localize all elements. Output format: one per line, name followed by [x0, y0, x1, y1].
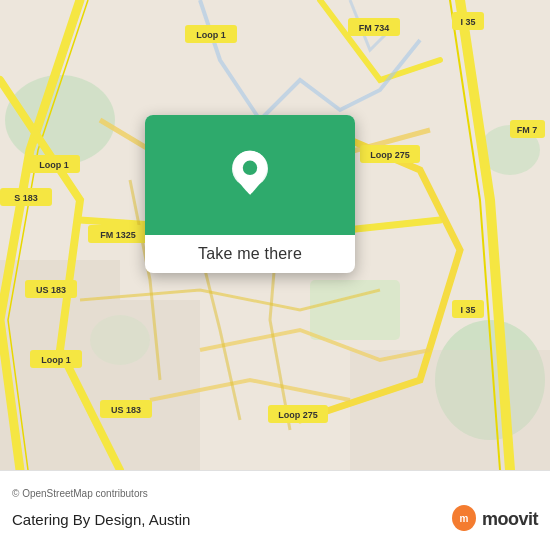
- svg-text:S 183: S 183: [14, 193, 38, 203]
- svg-text:Loop 1: Loop 1: [39, 160, 69, 170]
- svg-text:Loop 1: Loop 1: [196, 30, 226, 40]
- popup-green-area: [145, 115, 355, 235]
- svg-text:FM 7: FM 7: [517, 125, 538, 135]
- svg-text:Loop 275: Loop 275: [370, 150, 410, 160]
- svg-text:US 183: US 183: [36, 285, 66, 295]
- svg-text:US 183: US 183: [111, 405, 141, 415]
- popup-card: Take me there: [145, 115, 355, 273]
- take-me-there-button[interactable]: Take me there: [198, 245, 302, 263]
- svg-point-2: [5, 75, 115, 165]
- location-pin-icon: [223, 148, 277, 202]
- attribution-text: © OpenStreetMap contributors: [12, 488, 538, 499]
- svg-text:Loop 275: Loop 275: [278, 410, 318, 420]
- bottom-bar: © OpenStreetMap contributors Catering By…: [0, 470, 550, 550]
- map-container: Loop 1 Loop 1 Loop 1 FM 734 FM 7 S 183 F…: [0, 0, 550, 470]
- svg-text:m: m: [460, 513, 469, 524]
- svg-text:Loop 1: Loop 1: [41, 355, 71, 365]
- moovit-logo[interactable]: m moovit: [450, 505, 538, 533]
- moovit-brand-icon: m: [450, 505, 478, 533]
- popup-button-area[interactable]: Take me there: [145, 235, 355, 273]
- svg-rect-8: [120, 300, 200, 470]
- svg-text:FM 1325: FM 1325: [100, 230, 136, 240]
- svg-text:FM 734: FM 734: [359, 23, 390, 33]
- svg-rect-6: [310, 280, 400, 340]
- moovit-text: moovit: [482, 509, 538, 530]
- place-name: Catering By Design, Austin: [12, 511, 190, 528]
- svg-text:I 35: I 35: [460, 305, 475, 315]
- svg-point-37: [243, 161, 257, 175]
- bottom-row: Catering By Design, Austin m moovit: [12, 505, 538, 533]
- svg-rect-9: [350, 350, 550, 470]
- svg-text:I 35: I 35: [460, 17, 475, 27]
